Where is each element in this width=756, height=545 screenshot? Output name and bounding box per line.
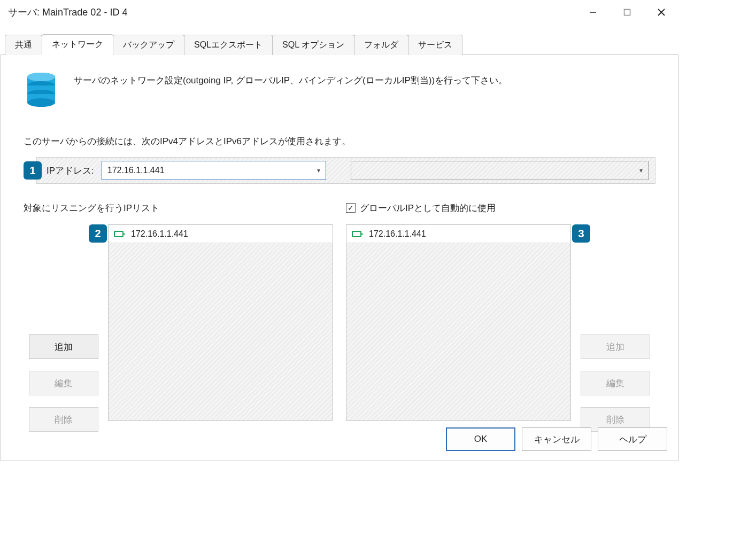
- tab-bar: 共通 ネットワーク バックアップ SQLエクスポート SQL オプション フォル…: [1, 34, 678, 55]
- header-row: サーバのネットワーク設定(outgoing IP, グローバルIP、バインディン…: [24, 70, 655, 113]
- badge-2: 2: [89, 224, 107, 243]
- ipv4-combo[interactable]: 172.16.1.1.441 ▾: [102, 161, 326, 180]
- tab-sqloption[interactable]: SQL オプション: [272, 35, 354, 55]
- svg-rect-15: [352, 231, 361, 237]
- tab-network[interactable]: ネットワーク: [42, 34, 113, 55]
- chevron-down-icon: ▾: [317, 167, 320, 174]
- left-add-button[interactable]: 追加: [29, 334, 98, 359]
- ok-button[interactable]: OK: [446, 427, 515, 451]
- left-delete-button[interactable]: 削除: [29, 407, 98, 432]
- help-button[interactable]: ヘルプ: [598, 427, 667, 451]
- ipv6-combo[interactable]: ▾: [351, 161, 649, 180]
- right-add-button[interactable]: 追加: [581, 334, 650, 359]
- titlebar: サーバ: MainTrade 02 - ID 4: [1, 1, 678, 24]
- svg-rect-12: [114, 231, 123, 237]
- list-item-label: 172.16.1.1.441: [131, 229, 188, 239]
- list-item-label: 172.16.1.1.441: [369, 229, 426, 239]
- ip-intro-text: このサーバからの接続には、次のIPv4アドレスとIPv6アドレスが使用されます。: [24, 135, 655, 147]
- right-side-column: 3 追加 編集 削除: [575, 224, 655, 432]
- svg-rect-1: [624, 10, 630, 15]
- maximize-button[interactable]: [610, 1, 644, 24]
- ip-row-panel: IPアドレス: 172.16.1.1.441 ▾ ▾: [36, 157, 655, 184]
- badge-3: 3: [572, 224, 590, 243]
- tab-sqlexport[interactable]: SQLエクスポート: [184, 35, 273, 55]
- ip-address-label: IPアドレス:: [47, 165, 94, 177]
- window-controls: [576, 1, 678, 24]
- global-ip-listbox[interactable]: 172.16.1.1.441: [346, 224, 571, 421]
- server-icon: [24, 70, 59, 113]
- tab-folder[interactable]: フォルダ: [354, 35, 408, 55]
- global-ip-header: ✓ グローバルIPとして自動的に使用: [346, 201, 655, 215]
- dialog-buttons: OK キャンセル ヘルプ: [446, 427, 667, 451]
- lists-row: 対象にリスニングを行うIPリスト 2 追加 編集 削除: [24, 201, 655, 432]
- right-edit-button[interactable]: 編集: [581, 371, 650, 395]
- left-side-column: 2 追加 編集 削除: [24, 224, 104, 432]
- close-button[interactable]: [644, 1, 678, 24]
- listening-ip-title: 対象にリスニングを行うIPリスト: [24, 201, 333, 215]
- left-edit-button[interactable]: 編集: [29, 371, 98, 395]
- window-title: サーバ: MainTrade 02 - ID 4: [8, 6, 127, 19]
- tab-common[interactable]: 共通: [5, 35, 42, 55]
- listening-ip-listbox[interactable]: 172.16.1.1.441: [108, 224, 333, 421]
- ip-address-row: 1 IPアドレス: 172.16.1.1.441 ▾ ▾: [24, 157, 655, 184]
- auto-global-ip-checkbox[interactable]: ✓: [346, 203, 356, 213]
- global-ip-column: ✓ グローバルIPとして自動的に使用 172.16.1.1.441 3: [346, 201, 655, 432]
- list-item[interactable]: 172.16.1.1.441: [109, 225, 333, 243]
- listening-ip-column: 対象にリスニングを行うIPリスト 2 追加 編集 削除: [24, 201, 333, 432]
- svg-point-10: [27, 98, 55, 107]
- badge-1: 1: [24, 161, 42, 180]
- auto-global-ip-label: グローバルIPとして自動的に使用: [360, 202, 496, 214]
- network-adapter-icon: [114, 230, 126, 238]
- svg-point-11: [27, 73, 55, 81]
- list-item[interactable]: 172.16.1.1.441: [346, 225, 570, 243]
- window: サーバ: MainTrade 02 - ID 4 共通 ネットワーク バックアッ…: [0, 0, 679, 462]
- tab-service[interactable]: サービス: [408, 35, 462, 55]
- ipv4-value: 172.16.1.1.441: [107, 166, 165, 175]
- minimize-button[interactable]: [576, 1, 610, 24]
- cancel-button[interactable]: キャンセル: [522, 427, 591, 451]
- description-text: サーバのネットワーク設定(outgoing IP, グローバルIP、バインディン…: [74, 70, 507, 87]
- network-adapter-icon: [352, 230, 364, 238]
- tab-backup[interactable]: バックアップ: [113, 35, 184, 55]
- tab-content: サーバのネットワーク設定(outgoing IP, グローバルIP、バインディン…: [1, 55, 678, 461]
- chevron-down-icon: ▾: [639, 167, 643, 174]
